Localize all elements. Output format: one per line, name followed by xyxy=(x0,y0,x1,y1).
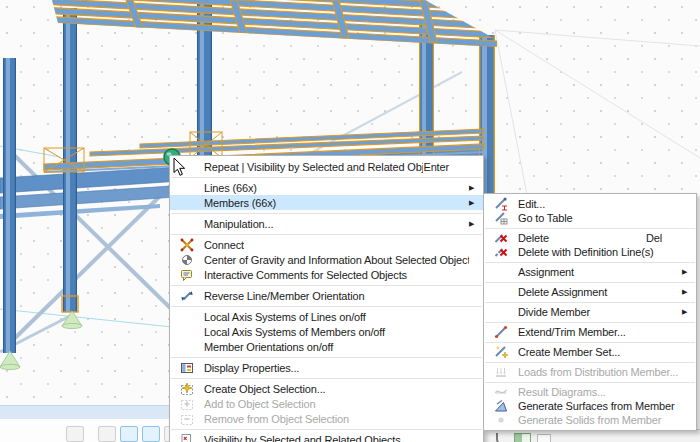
result-diagrams-icon xyxy=(484,385,518,399)
menu-item-repeat-visibility-by-selected-and-relate[interactable]: Repeat | Visibility by Selected and Rela… xyxy=(170,159,483,174)
menu-item-connect[interactable]: Connect xyxy=(170,237,483,252)
menu-item-label: Connect xyxy=(204,239,469,251)
menu-separator xyxy=(171,429,482,430)
menu-separator xyxy=(171,378,482,379)
menu-item-local-axis-systems-of-members-on-off[interactable]: Local Axis Systems of Members on/off xyxy=(170,324,483,339)
menu-item-label: Create Member Set... xyxy=(518,346,682,358)
menu-separator xyxy=(171,213,482,214)
menu-item-result-diagrams[interactable]: Result Diagrams... xyxy=(484,385,696,399)
menu-item-assignment[interactable]: Assignment▶ xyxy=(484,265,696,279)
menu-item-lines-66x[interactable]: Lines (66x)▶ xyxy=(170,180,483,195)
menu-item-label: Remove from Object Selection xyxy=(204,413,469,425)
menu-item-label: Repeat | Visibility by Selected and Rela… xyxy=(204,161,423,173)
menu-item-generate-solids-from-member[interactable]: Generate Solids from Member xyxy=(484,413,696,427)
menu-item-local-axis-systems-of-lines-on-off[interactable]: Local Axis Systems of Lines on/off xyxy=(170,309,483,324)
menu-item-display-properties[interactable]: Display Properties... xyxy=(170,360,483,375)
table-toolbar-button[interactable] xyxy=(120,426,138,442)
context-menu: Repeat | Visibility by Selected and Rela… xyxy=(169,155,484,442)
menu-item-label: Generate Solids from Member xyxy=(518,414,682,426)
menu-separator xyxy=(171,234,482,235)
display-properties-icon xyxy=(170,361,204,375)
menu-separator xyxy=(485,302,695,303)
menu-item-create-object-selection[interactable]: Create Object Selection... xyxy=(170,381,483,396)
column-far-left xyxy=(3,58,16,353)
menu-item-center-of-gravity-and-information-about-[interactable]: Center of Gravity and Information About … xyxy=(170,252,483,267)
menu-separator xyxy=(171,285,482,286)
menu-item-reverse-line-member-orientation[interactable]: Reverse Line/Member Orientation xyxy=(170,288,483,303)
extend-trim-icon xyxy=(484,325,518,339)
submenu-arrow-icon: ▶ xyxy=(682,288,696,296)
menu-item-visibility-by-selected-and-related-objec[interactable]: Visibility by Selected and Related Objec… xyxy=(170,432,483,442)
table-toolbar-button[interactable] xyxy=(98,426,116,442)
menu-item-label: Loads from Distribution Member... xyxy=(518,366,682,378)
submenu-arrow-icon: ▶ xyxy=(469,184,483,192)
menu-separator xyxy=(171,306,482,307)
menu-item-label: Add to Object Selection xyxy=(204,398,469,410)
menu-item-label: Extend/Trim Member... xyxy=(518,326,682,338)
menu-item-members-66x[interactable]: Members (66x)▶ xyxy=(170,195,483,210)
table-toolbar-button[interactable] xyxy=(66,426,84,442)
create-member-set-icon xyxy=(484,345,518,359)
menu-item-generate-surfaces-from-member[interactable]: Generate Surfaces from Member xyxy=(484,399,696,413)
menu-item-divide-member[interactable]: Divide Member▶ xyxy=(484,305,696,319)
menu-item-create-member-set[interactable]: Create Member Set... xyxy=(484,345,696,359)
menu-item-edit[interactable]: Edit... xyxy=(484,197,696,211)
menu-item-shortcut: Del xyxy=(646,232,682,244)
menu-item-label: Interactive Comments for Selected Object… xyxy=(204,269,469,281)
menu-item-delete-assignment[interactable]: Delete Assignment▶ xyxy=(484,285,696,299)
add-selection-icon xyxy=(170,397,204,411)
generate-surfaces-icon xyxy=(484,399,518,413)
menu-item-label: Members (66x) xyxy=(204,197,469,209)
menu-item-interactive-comments-for-selected-object[interactable]: Interactive Comments for Selected Object… xyxy=(170,267,483,282)
menu-item-label: Local Axis Systems of Members on/off xyxy=(204,326,469,338)
menu-item-go-to-table[interactable]: Go to Table xyxy=(484,211,696,225)
menu-separator xyxy=(485,228,695,229)
go-to-table-icon xyxy=(484,211,518,225)
delete-member-icon xyxy=(484,231,518,245)
menu-separator xyxy=(485,382,695,383)
create-object-selection-icon xyxy=(170,382,204,396)
menu-item-manipulation[interactable]: Manipulation...▶ xyxy=(170,216,483,231)
menu-item-label: Visibility by Selected and Related Objec… xyxy=(204,434,469,442)
menu-item-label: Generate Surfaces from Member xyxy=(518,400,682,412)
menu-item-label: Delete with Definition Line(s) xyxy=(518,246,682,258)
menu-item-label: Assignment xyxy=(518,266,682,278)
connect-icon xyxy=(170,238,204,252)
menu-separator xyxy=(171,357,482,358)
reverse-orientation-icon xyxy=(170,289,204,303)
menu-separator xyxy=(485,282,695,283)
menu-item-label: Reverse Line/Member Orientation xyxy=(204,290,469,302)
menu-separator xyxy=(171,177,482,178)
menu-separator xyxy=(485,342,695,343)
menu-separator xyxy=(485,322,695,323)
submenu-arrow-icon: ▶ xyxy=(469,199,483,207)
menu-separator xyxy=(485,362,695,363)
table-mini-toolbar xyxy=(66,426,182,442)
menu-item-add-to-object-selection[interactable]: Add to Object Selection xyxy=(170,396,483,411)
members-submenu: Edit...Go to TableDeleteDelDelete with D… xyxy=(483,193,697,431)
menu-item-shortcut: Enter xyxy=(423,161,469,173)
menu-item-label: Member Orientations on/off xyxy=(204,341,469,353)
menu-item-label: Delete Assignment xyxy=(518,286,682,298)
menu-item-label: Manipulation... xyxy=(204,218,469,230)
submenu-arrow-icon: ▶ xyxy=(682,308,696,316)
submenu-arrow-icon: ▶ xyxy=(469,220,483,228)
menu-item-remove-from-object-selection[interactable]: Remove from Object Selection xyxy=(170,411,483,426)
menu-item-member-orientations-on-off[interactable]: Member Orientations on/off xyxy=(170,339,483,354)
menu-item-extend-trim-member[interactable]: Extend/Trim Member... xyxy=(484,325,696,339)
menu-item-delete[interactable]: DeleteDel xyxy=(484,231,696,245)
edit-member-icon xyxy=(484,197,518,211)
menu-item-label: Lines (66x) xyxy=(204,182,469,194)
rotate-icon[interactable] xyxy=(496,433,508,442)
table-toolbar-button[interactable] xyxy=(142,426,160,442)
loads-distribution-icon xyxy=(484,365,518,379)
menu-item-label: Create Object Selection... xyxy=(204,383,469,395)
menu-item-label: Result Diagrams... xyxy=(518,386,682,398)
menu-item-label: Edit... xyxy=(518,198,682,210)
panel-grid-icon[interactable] xyxy=(537,434,551,442)
center-of-gravity-icon xyxy=(170,253,204,267)
menu-item-loads-from-distribution-member[interactable]: Loads from Distribution Member... xyxy=(484,365,696,379)
panel-green-icon[interactable] xyxy=(514,433,531,442)
menu-item-label: Local Axis Systems of Lines on/off xyxy=(204,311,469,323)
menu-item-delete-with-definition-line-s[interactable]: Delete with Definition Line(s) xyxy=(484,245,696,259)
